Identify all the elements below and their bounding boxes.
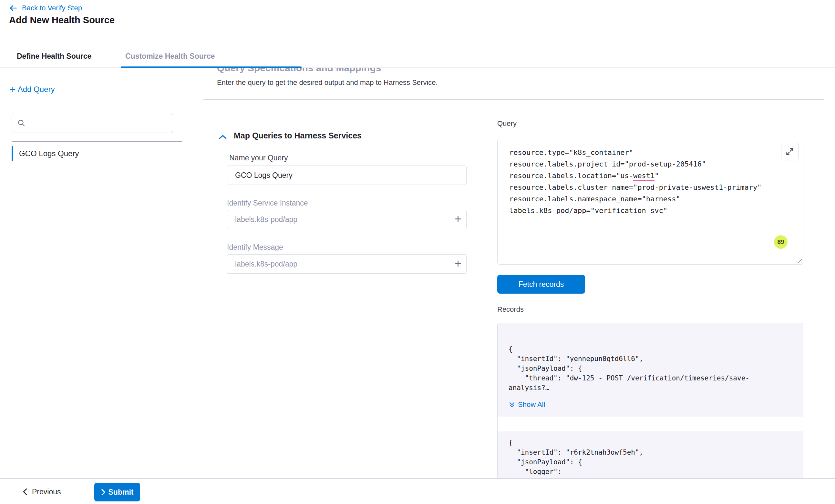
service-instance-input[interactable] bbox=[227, 210, 467, 229]
chevron-up-icon bbox=[219, 134, 227, 140]
name-query-input[interactable] bbox=[227, 166, 467, 185]
show-all-link[interactable]: Show All bbox=[509, 400, 545, 409]
submit-label: Submit bbox=[108, 488, 134, 497]
tab-bar: Define Health Source Customize Health So… bbox=[0, 44, 835, 68]
previous-label: Previous bbox=[32, 487, 61, 496]
show-all-label: Show All bbox=[518, 400, 545, 409]
footer-bar: Previous Submit bbox=[0, 478, 835, 504]
expand-icon bbox=[785, 147, 794, 156]
query-text: resource.type="k8s_container"resource.la… bbox=[509, 147, 791, 216]
service-instance-label: Identify Service Instance bbox=[227, 199, 308, 208]
identify-message-input[interactable] bbox=[227, 254, 467, 274]
query-list-item[interactable]: GCO Logs Query bbox=[12, 146, 79, 161]
records-label: Records bbox=[497, 305, 524, 314]
back-link-label: Back to Verify Step bbox=[22, 4, 82, 12]
search-icon bbox=[17, 119, 25, 127]
tab-customize-health-source[interactable]: Customize Health Source bbox=[125, 44, 215, 68]
name-query-label: Name your Query bbox=[229, 153, 288, 162]
back-arrow-icon bbox=[8, 4, 18, 12]
expand-query-button[interactable] bbox=[781, 143, 798, 160]
sidebar-divider bbox=[12, 141, 182, 142]
tab-define-health-source[interactable]: Define Health Source bbox=[17, 44, 91, 68]
query-search-box bbox=[12, 113, 173, 133]
identify-message-field: + bbox=[227, 254, 467, 274]
query-search-input[interactable] bbox=[30, 119, 168, 127]
query-label: Query bbox=[497, 119, 517, 128]
record-spacer bbox=[497, 417, 803, 432]
chevron-left-icon bbox=[23, 488, 27, 495]
char-count-badge: 89 bbox=[774, 235, 788, 249]
back-to-verify-link[interactable]: Back to Verify Step bbox=[8, 4, 82, 12]
chevron-right-icon bbox=[101, 489, 106, 496]
record-item: { "insertId": "yennepun0qtd6ll6", "jsonP… bbox=[497, 323, 803, 417]
record-item: { "insertId": "r6rk2tnah3owf5eh", "jsonP… bbox=[497, 432, 803, 478]
service-instance-field: + bbox=[227, 210, 467, 229]
query-item-label: GCO Logs Query bbox=[19, 149, 79, 158]
section-heading: Query Specifications and Mappings bbox=[217, 68, 381, 74]
add-health-source-page: Back to Verify Step Add New Health Sourc… bbox=[0, 0, 835, 504]
fetch-records-button[interactable]: Fetch records bbox=[497, 275, 585, 294]
identify-message-label: Identify Message bbox=[227, 243, 283, 252]
record-json: { "insertId": "r6rk2tnah3owf5eh", "jsonP… bbox=[509, 438, 767, 478]
add-query-label: Add Query bbox=[18, 85, 55, 94]
heading-divider bbox=[203, 99, 824, 100]
section-subheading: Enter the query to get the desired outpu… bbox=[217, 78, 438, 87]
add-query-button[interactable]: + Add Query bbox=[10, 85, 55, 94]
collapse-section-button[interactable] bbox=[218, 132, 228, 141]
main-panel: Query Specifications and Mappings Enter … bbox=[203, 68, 835, 478]
double-chevron-down-icon bbox=[509, 401, 515, 408]
name-query-field bbox=[227, 166, 467, 185]
submit-button[interactable]: Submit bbox=[94, 483, 140, 501]
add-message-button[interactable]: + bbox=[455, 258, 462, 269]
query-editor[interactable]: resource.type="k8s_container"resource.la… bbox=[497, 139, 803, 265]
plus-icon: + bbox=[10, 85, 16, 94]
records-panel: { "insertId": "yennepun0qtd6ll6", "jsonP… bbox=[497, 323, 803, 478]
record-json: { "insertId": "yennepun0qtd6ll6", "jsonP… bbox=[509, 344, 767, 393]
previous-button[interactable]: Previous bbox=[23, 479, 61, 504]
selected-indicator-bar bbox=[12, 146, 13, 161]
page-title: Add New Health Source bbox=[9, 15, 115, 25]
resize-handle[interactable] bbox=[796, 257, 802, 263]
add-service-instance-button[interactable]: + bbox=[455, 213, 462, 225]
map-queries-title: Map Queries to Harness Services bbox=[234, 131, 362, 140]
